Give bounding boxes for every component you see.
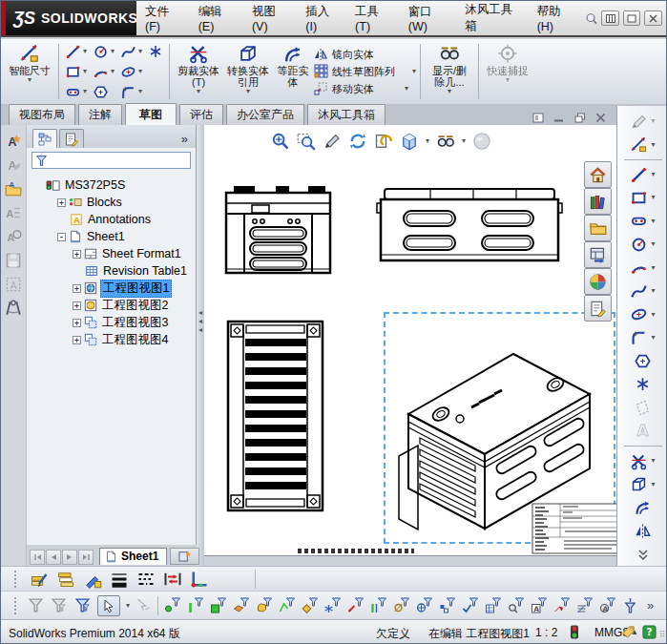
filter-vertices-icon[interactable] [164, 597, 181, 613]
doc-minimize-button[interactable] [551, 111, 567, 125]
swap-arrows-icon[interactable] [163, 570, 182, 589]
panel-expand-chevron[interactable]: » [181, 132, 196, 148]
convert-button[interactable]: ▾ [630, 472, 655, 495]
mirror-entities-button[interactable]: 镜向实体 [313, 47, 416, 62]
edit-note-icon[interactable]: A [5, 156, 22, 174]
filter-solid-icon[interactable] [233, 597, 250, 613]
drawing-view-front[interactable] [223, 182, 333, 280]
new-note-icon[interactable]: A [5, 133, 22, 150]
linear-pattern-dropdown[interactable]: ▾ [412, 68, 416, 75]
filter-reference-icon[interactable] [370, 597, 387, 613]
sheet-tab-active[interactable]: Sheet1 [99, 548, 167, 565]
line-style-icon[interactable] [136, 570, 156, 589]
filter-check-icon[interactable] [462, 597, 479, 613]
more-commands-button[interactable] [636, 543, 651, 566]
line-color-icon[interactable] [83, 570, 102, 589]
polygon-tool[interactable] [91, 82, 116, 102]
next-sheet-button[interactable] [62, 550, 77, 565]
filter-annotation-icon[interactable]: A [599, 597, 616, 613]
display-delete-relations-button[interactable]: 显示/删除几... ▾ [425, 41, 474, 102]
mirror-button[interactable] [634, 519, 652, 542]
menu-mufeng-toolbox[interactable]: 沐风工具箱 [456, 0, 528, 38]
menu-edit[interactable]: 编辑(E) [190, 0, 243, 37]
convert-dropdown[interactable]: ▾ [246, 88, 250, 95]
filter-coordinate-icon[interactable] [416, 597, 433, 613]
filter-surface-icon[interactable] [256, 597, 273, 613]
circle-tool[interactable]: ▾ [91, 42, 116, 62]
datum-icon[interactable] [190, 570, 209, 589]
window-close-button[interactable] [644, 10, 662, 26]
filter-sketch-icon[interactable] [279, 597, 296, 613]
window-panes-button[interactable] [601, 10, 619, 26]
tree-item-annotations[interactable]: A Annotations [32, 211, 196, 228]
move-entities-button[interactable]: 移动实体▾ [313, 81, 416, 96]
menu-window[interactable]: 窗口(W) [400, 0, 456, 37]
tree-item-drawing-view2[interactable]: + 工程图视图2 [32, 297, 196, 314]
filter-magnify-icon[interactable] [508, 597, 525, 613]
tree-item-drawing-view4[interactable]: + 工程图视图4 [32, 331, 196, 348]
tree-item-sheet1[interactable]: - Sheet1 [32, 228, 196, 245]
zoom-area-icon[interactable] [297, 132, 316, 151]
doc-close-button[interactable] [593, 111, 609, 125]
polygon-button[interactable] [634, 349, 652, 372]
linear-pattern-button[interactable]: 线性草图阵列▾ [313, 64, 416, 79]
tree-item-root[interactable]: MS372P5S [32, 177, 196, 194]
filter-weld-icon[interactable] [553, 597, 571, 613]
trim-entities-button[interactable]: 剪裁实体(T) ▾ [174, 41, 223, 102]
toolbar-grip[interactable] [14, 571, 18, 588]
appearances-tab[interactable] [584, 268, 612, 295]
resources-tab[interactable] [584, 188, 612, 215]
zoom-fit-icon[interactable] [271, 132, 290, 151]
spline-button[interactable]: ▾ [630, 280, 655, 302]
layer-properties-icon[interactable] [30, 570, 49, 589]
search-icon[interactable] [585, 11, 598, 26]
tab-office-products[interactable]: 办公室产品 [226, 104, 304, 125]
spline-tool[interactable]: ▾ [118, 42, 144, 62]
window-restore-button[interactable] [623, 10, 641, 26]
appearance-sphere-icon[interactable] [472, 132, 491, 151]
display-delete-dropdown[interactable]: ▾ [448, 88, 451, 95]
filter-dimension-icon[interactable] [347, 597, 365, 613]
point-tool[interactable] [146, 42, 165, 62]
area-hatch-icon[interactable]: A [5, 276, 22, 293]
filter-axis-icon[interactable] [393, 597, 410, 613]
tab-annotation[interactable]: 注解 [78, 104, 122, 125]
filter-sketch-point-icon[interactable] [302, 597, 319, 613]
filter-note-icon[interactable]: A [531, 597, 548, 613]
view-orientation-dropdown[interactable]: ▾ [426, 137, 429, 145]
measure-compass-icon[interactable] [5, 300, 22, 317]
move-dropdown[interactable]: ▾ [405, 85, 408, 93]
tag-icon[interactable] [621, 625, 636, 642]
filter-dowel-icon[interactable] [622, 597, 639, 613]
rectangle-tool[interactable]: ▾ [63, 62, 89, 82]
tab-sketch[interactable]: 草图 [125, 103, 177, 126]
tree-item-sheet-format[interactable]: + Sheet Format1 [32, 245, 196, 262]
fillet-button[interactable]: ▾ [630, 326, 655, 349]
slot-button[interactable]: ▾ [630, 210, 655, 233]
more-filters-icon[interactable]: » [647, 598, 654, 613]
select-dropdown[interactable]: ▾ [126, 602, 130, 610]
ellipse-button[interactable]: ▾ [630, 302, 655, 325]
line-button[interactable]: ▾ [630, 163, 655, 186]
tab-evaluate[interactable]: 评估 [179, 104, 223, 125]
smart-dimension-dropdown[interactable]: ▾ [28, 76, 31, 84]
note-pattern-icon[interactable]: A [5, 204, 22, 221]
design-library-tab[interactable] [584, 215, 612, 241]
offset-entities-button[interactable]: 等距实体 [273, 41, 313, 102]
prev-sheet-button[interactable] [46, 550, 61, 565]
edit-sketch-button[interactable]: ▾ [630, 110, 655, 133]
tree-item-revision-table[interactable]: Revision Table1 [32, 262, 196, 280]
rotate-view-icon[interactable] [348, 132, 367, 151]
graphics-area[interactable]: ▾ ▾ [204, 125, 623, 556]
menu-tools[interactable]: 工具(T) [346, 0, 400, 37]
filter-pattern-icon[interactable] [439, 597, 456, 613]
balloon-icon[interactable]: A [5, 228, 22, 245]
line-thickness-icon[interactable] [110, 570, 129, 589]
3d-drawing-view-icon[interactable] [323, 132, 342, 151]
add-sheet-button[interactable] [170, 548, 199, 565]
tree-filter-field[interactable] [31, 152, 191, 169]
open-note-icon[interactable]: A [5, 180, 22, 197]
select-cursor-button[interactable] [97, 595, 120, 616]
drawing-view-plan[interactable] [225, 318, 325, 514]
save-annotation-icon[interactable] [5, 252, 22, 269]
